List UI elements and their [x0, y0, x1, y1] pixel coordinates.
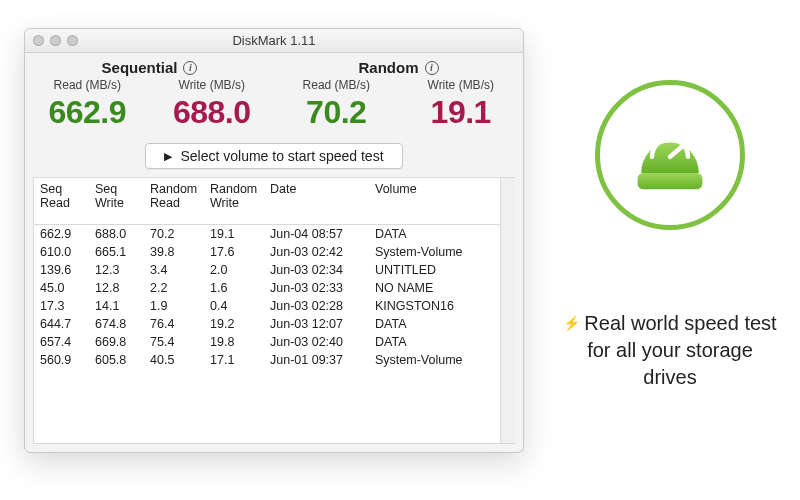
seq-write-label: Write (MB/s) — [150, 78, 275, 92]
cell-sw: 665.1 — [89, 243, 144, 261]
cell-sr: 644.7 — [34, 315, 89, 333]
table-row[interactable]: 662.9688.070.219.1Jun-04 08:57DATA — [34, 225, 515, 244]
seq-write-value: 688.0 — [150, 94, 275, 131]
cell-sr: 662.9 — [34, 225, 89, 244]
cell-vol: System-Volume — [369, 243, 515, 261]
seq-read-label: Read (MB/s) — [25, 78, 150, 92]
cell-rw: 19.1 — [204, 225, 264, 244]
cell-sr: 45.0 — [34, 279, 89, 297]
cell-date: Jun-03 02:28 — [264, 297, 369, 315]
cell-sw: 605.8 — [89, 351, 144, 369]
cell-rw: 0.4 — [204, 297, 264, 315]
cell-rr: 3.4 — [144, 261, 204, 279]
cell-rw: 17.6 — [204, 243, 264, 261]
cell-sr: 657.4 — [34, 333, 89, 351]
logo-ring-icon — [595, 80, 745, 230]
table-row[interactable]: 657.4669.875.419.8Jun-03 02:40DATA — [34, 333, 515, 351]
tagline: ⚡Real world speed test for all your stor… — [560, 310, 780, 391]
cell-date: Jun-03 02:42 — [264, 243, 369, 261]
window-title: DiskMark 1.11 — [25, 33, 523, 48]
sequential-heading: Sequential — [102, 59, 178, 76]
drive-gauge-icon — [625, 110, 715, 200]
cell-sw: 674.8 — [89, 315, 144, 333]
cell-sw: 669.8 — [89, 333, 144, 351]
cell-rr: 70.2 — [144, 225, 204, 244]
cell-date: Jun-01 09:37 — [264, 351, 369, 369]
results-table[interactable]: SeqRead SeqWrite RandomRead RandomWrite … — [33, 177, 515, 444]
cell-sr: 17.3 — [34, 297, 89, 315]
bolt-icon: ⚡ — [563, 315, 580, 331]
info-icon[interactable]: i — [425, 61, 439, 75]
col-volume[interactable]: Volume — [369, 178, 515, 225]
app-window: DiskMark 1.11 Sequential i Read (MB/s) 6… — [24, 28, 524, 453]
cell-vol: DATA — [369, 315, 515, 333]
cell-sw: 12.8 — [89, 279, 144, 297]
app-logo — [590, 75, 750, 235]
cell-rr: 75.4 — [144, 333, 204, 351]
cell-rr: 2.2 — [144, 279, 204, 297]
cell-rr: 1.9 — [144, 297, 204, 315]
cell-rw: 1.6 — [204, 279, 264, 297]
metrics-panel: Sequential i Read (MB/s) 662.9 Write (MB… — [25, 53, 523, 141]
cell-rw: 2.0 — [204, 261, 264, 279]
cell-rr: 40.5 — [144, 351, 204, 369]
cell-sw: 688.0 — [89, 225, 144, 244]
col-seq-write[interactable]: SeqWrite — [89, 178, 144, 225]
cell-sr: 610.0 — [34, 243, 89, 261]
select-volume-button[interactable]: ▶ Select volume to start speed test — [145, 143, 402, 169]
table-row[interactable]: 610.0665.139.817.6Jun-03 02:42System-Vol… — [34, 243, 515, 261]
col-seq-read[interactable]: SeqRead — [34, 178, 89, 225]
cell-date: Jun-04 08:57 — [264, 225, 369, 244]
table-row[interactable]: 644.7674.876.419.2Jun-03 12:07DATA — [34, 315, 515, 333]
cell-vol: System-Volume — [369, 351, 515, 369]
cell-sw: 12.3 — [89, 261, 144, 279]
table-row[interactable]: 45.012.82.21.6Jun-03 02:33NO NAME — [34, 279, 515, 297]
rand-write-label: Write (MB/s) — [399, 78, 524, 92]
col-rand-write[interactable]: RandomWrite — [204, 178, 264, 225]
rand-read-label: Read (MB/s) — [274, 78, 399, 92]
table-header-row[interactable]: SeqRead SeqWrite RandomRead RandomWrite … — [34, 178, 515, 225]
table-row[interactable]: 17.314.11.90.4Jun-03 02:28KINGSTON16 — [34, 297, 515, 315]
cell-sr: 139.6 — [34, 261, 89, 279]
cell-sr: 560.9 — [34, 351, 89, 369]
col-date[interactable]: Date — [264, 178, 369, 225]
cell-vol: KINGSTON16 — [369, 297, 515, 315]
random-heading: Random — [359, 59, 419, 76]
cell-vol: DATA — [369, 333, 515, 351]
select-volume-label: Select volume to start speed test — [180, 148, 383, 164]
titlebar[interactable]: DiskMark 1.11 — [25, 29, 523, 53]
sequential-group: Sequential i Read (MB/s) 662.9 Write (MB… — [25, 59, 274, 131]
cell-vol: UNTITLED — [369, 261, 515, 279]
cell-vol: DATA — [369, 225, 515, 244]
cell-vol: NO NAME — [369, 279, 515, 297]
rand-read-value: 70.2 — [274, 94, 399, 131]
cell-date: Jun-03 02:40 — [264, 333, 369, 351]
table-row[interactable]: 560.9605.840.517.1Jun-01 09:37System-Vol… — [34, 351, 515, 369]
rand-write-value: 19.1 — [399, 94, 524, 131]
cell-rr: 76.4 — [144, 315, 204, 333]
cell-rw: 17.1 — [204, 351, 264, 369]
scrollbar[interactable] — [500, 178, 515, 443]
table-row[interactable]: 139.612.33.42.0Jun-03 02:34UNTITLED — [34, 261, 515, 279]
play-icon: ▶ — [164, 150, 172, 163]
cell-rw: 19.8 — [204, 333, 264, 351]
cell-date: Jun-03 12:07 — [264, 315, 369, 333]
cell-sw: 14.1 — [89, 297, 144, 315]
cell-date: Jun-03 02:33 — [264, 279, 369, 297]
col-rand-read[interactable]: RandomRead — [144, 178, 204, 225]
seq-read-value: 662.9 — [25, 94, 150, 131]
cell-rw: 19.2 — [204, 315, 264, 333]
cell-date: Jun-03 02:34 — [264, 261, 369, 279]
info-icon[interactable]: i — [183, 61, 197, 75]
cell-rr: 39.8 — [144, 243, 204, 261]
random-group: Random i Read (MB/s) 70.2 Write (MB/s) 1… — [274, 59, 523, 131]
tagline-text: Real world speed test for all your stora… — [584, 312, 776, 388]
